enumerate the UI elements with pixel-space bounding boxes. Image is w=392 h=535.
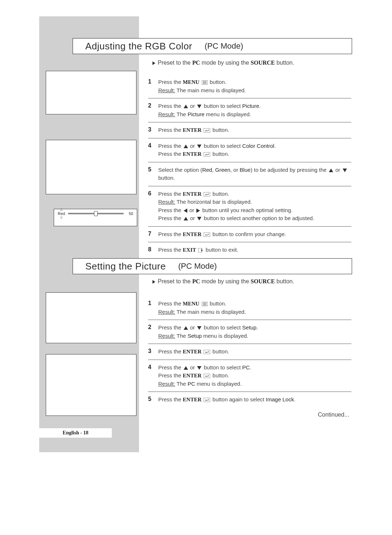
left-icon: [184, 208, 187, 213]
step-text: Select the option (Red, Green, or Blue) …: [158, 166, 351, 182]
text: button.: [213, 151, 229, 157]
menu-item: Picture: [242, 103, 259, 109]
step-number: 1: [148, 300, 153, 316]
step-row: 5 Press the ENTER button again to select…: [148, 392, 351, 408]
svg-marker-5: [184, 105, 188, 108]
svg-rect-10: [204, 152, 210, 157]
text: or: [190, 103, 195, 109]
svg-marker-11: [329, 169, 333, 172]
text: button.: [213, 348, 229, 354]
enter-icon: [204, 128, 210, 133]
text: The main menu is displayed.: [177, 87, 246, 93]
text: The: [177, 111, 186, 117]
text: button to select: [204, 364, 241, 370]
step-text: Press the EXIT button to exit.: [158, 246, 238, 254]
page-footer-bar: English - 18: [39, 428, 112, 438]
pc-label: PC: [192, 60, 200, 66]
result-label: Result:: [158, 199, 175, 205]
step-row: 7 Press the ENTER button to confirm your…: [148, 226, 351, 242]
svg-marker-21: [149, 280, 155, 284]
svg-marker-15: [196, 208, 200, 213]
menu-item: PC: [242, 364, 250, 370]
text: Press the: [158, 143, 181, 149]
text: Press the: [158, 372, 181, 378]
step-number: 3: [148, 126, 153, 134]
option: Green: [215, 167, 230, 173]
menu-item: Image Lock: [266, 396, 294, 402]
result-label: Result:: [158, 309, 175, 315]
text: Press the: [158, 247, 181, 253]
svg-marker-12: [343, 169, 347, 172]
menu-item: Setup: [242, 324, 256, 331]
enter-button-label: ENTER: [183, 349, 202, 354]
step-text: Press the ENTER button to confirm your c…: [158, 230, 286, 239]
text: Press the: [158, 151, 181, 157]
slider-track: [68, 213, 124, 214]
text: Press the: [158, 300, 181, 307]
svg-rect-32: [204, 398, 210, 402]
text: mode by using the: [201, 60, 249, 66]
svg-marker-20: [201, 250, 203, 251]
step-row: 2 Press the or button to select Picture.…: [148, 98, 351, 122]
up-icon: [184, 326, 188, 330]
step-number: 6: [148, 190, 153, 223]
slider-value: 50: [127, 211, 133, 216]
lead-instruction: Preset to the PC mode by using the SOURC…: [148, 278, 351, 285]
text: The horizontal bar is displayed.: [177, 199, 252, 205]
continued-indicator: Continued...: [318, 412, 349, 418]
text: Press the: [158, 103, 181, 109]
text: button.: [277, 60, 294, 66]
text: button to select: [204, 103, 241, 109]
step-text: Press the or button to select PC. Press …: [158, 364, 251, 388]
text: button to confirm your change.: [213, 231, 286, 237]
down-icon: [197, 326, 201, 330]
text: or: [190, 364, 195, 370]
slider-row: Red 50: [58, 211, 133, 216]
result-label: Result:: [158, 111, 175, 117]
svg-marker-17: [197, 217, 201, 220]
text: The main menu is displayed.: [177, 309, 246, 315]
step-row: 1 Press the MENU button. Result: The mai…: [148, 74, 351, 98]
steps-list: 1 Press the MENU button. Result: The mai…: [148, 296, 351, 408]
option: Blue: [240, 167, 250, 173]
text: button to select another option to be ad…: [204, 215, 314, 221]
step-row: 8 Press the EXIT button to exit.: [148, 242, 351, 258]
enter-icon: [204, 398, 210, 402]
step-row: 5 Select the option (Red, Green, or Blue…: [148, 162, 351, 186]
up-icon: [184, 145, 188, 148]
section-title: Setting the Picture: [85, 261, 166, 272]
step-row: 1 Press the MENU button. Result: The mai…: [148, 296, 351, 320]
text: .: [274, 143, 276, 149]
step-row: 4 Press the or button to select Color Co…: [148, 138, 351, 162]
text: , or: [230, 167, 238, 173]
svg-marker-30: [197, 366, 201, 370]
exit-icon: [198, 248, 203, 252]
result-label: Result:: [158, 87, 175, 93]
menu-item: Picture: [188, 111, 205, 117]
svg-rect-7: [204, 128, 210, 133]
option: Red: [202, 167, 212, 173]
pointer-icon: [149, 279, 155, 284]
enter-icon: [204, 232, 210, 237]
text: .: [259, 103, 261, 109]
menu-button-label: MENU: [183, 301, 200, 307]
text: button.: [213, 127, 229, 133]
step-number: 8: [148, 246, 153, 254]
text: menu is displayed.: [206, 111, 251, 117]
text: Press the: [158, 348, 181, 354]
enter-button-label: ENTER: [183, 373, 202, 378]
enter-button-label: ENTER: [183, 151, 202, 157]
step-text: Press the MENU button. Result: The main …: [158, 78, 246, 94]
section-header: Adjusting the RGB Color (PC Mode): [73, 38, 352, 54]
step-number: 1: [148, 78, 153, 94]
text: .: [250, 364, 251, 370]
svg-rect-31: [204, 374, 210, 378]
step-row: 4 Press the or button to select PC. Pres…: [148, 360, 351, 392]
section-header: Setting the Picture (PC Mode): [73, 258, 352, 274]
result-label: Result:: [158, 333, 175, 339]
text: button to exit.: [206, 247, 238, 253]
text: or: [190, 143, 195, 149]
slider-label: Red: [58, 211, 65, 216]
step-text: Press the ENTER button.: [158, 348, 229, 356]
svg-rect-13: [204, 192, 210, 196]
